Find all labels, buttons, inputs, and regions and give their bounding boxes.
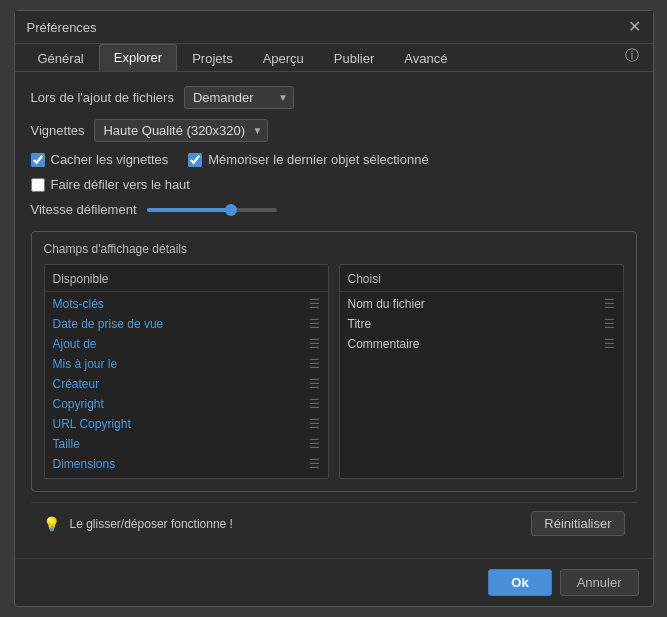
slider-fill [147, 208, 232, 212]
tab-publish[interactable]: Publier [319, 45, 389, 71]
scroll-down-label: Faire défiler vers le haut [51, 177, 190, 192]
available-header: Disponible [45, 269, 328, 292]
tab-explorer[interactable]: Explorer [99, 44, 177, 71]
item-label: Créateur [53, 377, 100, 391]
list-item[interactable]: Copyright ☰ [45, 394, 328, 414]
chosen-list-item[interactable]: Commentaire ☰ [340, 334, 623, 354]
reset-button[interactable]: Réinitialiser [531, 511, 624, 536]
tab-general[interactable]: Général [23, 45, 99, 71]
scroll-down-checkbox[interactable] [31, 178, 45, 192]
chosen-list-item[interactable]: Nom du fichier ☰ [340, 294, 623, 314]
item-label: Date de prise de vue [53, 317, 164, 331]
thumbnails-select[interactable]: Haute Qualité (320x320) [94, 119, 268, 142]
scroll-down-row: Faire défiler vers le haut [31, 177, 637, 192]
preferences-dialog: Préférences ✕ Général Explorer Projets A… [14, 10, 654, 607]
chosen-item-label: Titre [348, 317, 372, 331]
hint-icon: 💡 [43, 516, 60, 532]
add-files-select-wrapper: Demander ▼ [184, 86, 294, 109]
item-label: Ajout de [53, 337, 97, 351]
item-label: URL Copyright [53, 417, 131, 431]
list-item[interactable]: Créateur ☰ [45, 374, 328, 394]
thumbnails-row: Vignettes Haute Qualité (320x320) ▼ [31, 119, 637, 142]
list-item[interactable]: Mis à jour le ☰ [45, 354, 328, 374]
chosen-item-label: Commentaire [348, 337, 420, 351]
drag-icon: ☰ [309, 437, 320, 451]
drag-icon: ☰ [604, 337, 615, 351]
item-label: Taille [53, 437, 80, 451]
title-bar: Préférences ✕ [15, 11, 653, 44]
add-files-label: Lors de l'ajout de fichiers [31, 90, 174, 105]
details-section: Champs d'affichage détails Disponible Mo… [31, 231, 637, 492]
list-item[interactable]: Taille ☰ [45, 434, 328, 454]
drag-icon: ☰ [309, 337, 320, 351]
list-item[interactable]: Mots-clés ☰ [45, 294, 328, 314]
drag-icon: ☰ [309, 317, 320, 331]
tab-advanced[interactable]: Avancé [389, 45, 462, 71]
checkboxes-group: Cacher les vignettes Mémoriser le dernie… [31, 152, 637, 167]
dialog-title: Préférences [27, 20, 97, 35]
list-item[interactable]: Date de prise de vue ☰ [45, 314, 328, 334]
drag-icon: ☰ [309, 297, 320, 311]
list-item[interactable]: URL Copyright ☰ [45, 414, 328, 434]
dialog-footer: Ok Annuler [15, 558, 653, 606]
chosen-column: Choisi Nom du fichier ☰ Titre ☰ Commenta… [339, 264, 624, 479]
tab-content: Lors de l'ajout de fichiers Demander ▼ V… [15, 72, 653, 558]
available-column: Disponible Mots-clés ☰ Date de prise de … [44, 264, 329, 479]
drag-icon: ☰ [309, 357, 320, 371]
ok-button[interactable]: Ok [488, 569, 551, 596]
list-item[interactable]: Ajout de ☰ [45, 334, 328, 354]
hide-thumbnails-label: Cacher les vignettes [51, 152, 169, 167]
chosen-header: Choisi [340, 269, 623, 292]
drag-icon: ☰ [604, 317, 615, 331]
thumbnails-label: Vignettes [31, 123, 85, 138]
drag-icon: ☰ [309, 377, 320, 391]
add-files-row: Lors de l'ajout de fichiers Demander ▼ [31, 86, 637, 109]
memorize-row: Mémoriser le dernier objet sélectionné [188, 152, 428, 167]
footer-bar: 💡 Le glisser/déposer fonctionne ! Réinit… [31, 502, 637, 544]
item-label: Dimensions [53, 457, 116, 471]
close-button[interactable]: ✕ [628, 19, 641, 35]
cancel-button[interactable]: Annuler [560, 569, 639, 596]
chosen-item-label: Nom du fichier [348, 297, 425, 311]
scroll-speed-slider[interactable] [147, 208, 277, 212]
help-icon: ⓘ [625, 47, 639, 71]
drag-icon: ☰ [309, 417, 320, 431]
drag-icon: ☰ [309, 457, 320, 471]
columns-container: Disponible Mots-clés ☰ Date de prise de … [44, 264, 624, 479]
tabs-bar: Général Explorer Projets Aperçu Publier … [15, 44, 653, 72]
tab-apercu[interactable]: Aperçu [248, 45, 319, 71]
tab-projects[interactable]: Projets [177, 45, 247, 71]
list-item[interactable]: Dimensions ☰ [45, 454, 328, 474]
hide-thumbnails-row: Cacher les vignettes [31, 152, 169, 167]
hide-thumbnails-checkbox[interactable] [31, 153, 45, 167]
scroll-speed-label: Vitesse défilement [31, 202, 137, 217]
section-title: Champs d'affichage détails [44, 242, 624, 256]
chosen-list-item[interactable]: Titre ☰ [340, 314, 623, 334]
item-label: Copyright [53, 397, 104, 411]
add-files-select[interactable]: Demander [184, 86, 294, 109]
scroll-speed-row: Vitesse défilement [31, 202, 637, 217]
memorize-label: Mémoriser le dernier objet sélectionné [208, 152, 428, 167]
slider-thumb[interactable] [225, 204, 237, 216]
item-label: Mots-clés [53, 297, 104, 311]
drag-icon: ☰ [309, 397, 320, 411]
item-label: Mis à jour le [53, 357, 118, 371]
memorize-checkbox[interactable] [188, 153, 202, 167]
hint-text: Le glisser/déposer fonctionne ! [70, 517, 522, 531]
thumbnails-select-wrapper: Haute Qualité (320x320) ▼ [94, 119, 268, 142]
drag-icon: ☰ [604, 297, 615, 311]
